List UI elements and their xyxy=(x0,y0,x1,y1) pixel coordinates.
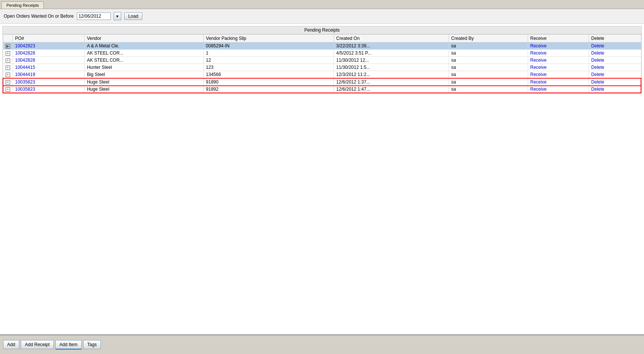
expand-arrow-icon[interactable]: ▶ xyxy=(6,44,10,49)
delete-cell[interactable]: Delete xyxy=(589,64,641,71)
tab-bar: Pending Receipts xyxy=(0,0,644,9)
expand-plus-icon[interactable]: + xyxy=(6,73,10,77)
receive-cell[interactable]: Receive xyxy=(528,86,589,93)
table-body: ▶10042923A & A Metal Cle.0085294-IN3/22/… xyxy=(3,43,641,93)
delete-cell[interactable]: Delete xyxy=(589,71,641,79)
receive-cell[interactable]: Receive xyxy=(528,71,589,79)
packing-slip: 91892 xyxy=(204,86,334,93)
created-by: sa xyxy=(449,86,528,93)
po-link[interactable]: 10035823 xyxy=(15,79,35,85)
po-link[interactable]: 10044419 xyxy=(15,72,35,77)
receive-cell[interactable]: Receive xyxy=(528,64,589,71)
vendor-name: Huge Steel xyxy=(84,86,203,93)
delete-cell[interactable]: Delete xyxy=(589,78,641,86)
table-row[interactable]: +10035823Huge Steel9189212/6/2012 1:47..… xyxy=(3,86,641,93)
col-created-by: Created By xyxy=(449,35,528,43)
expand-cell[interactable]: + xyxy=(3,57,13,64)
packing-slip: 91890 xyxy=(204,78,334,86)
created-by: sa xyxy=(449,50,528,57)
po-number: 10042923 xyxy=(13,43,85,50)
pending-receipts-grid: Pending Receipts PO# Vendor Vendor Packi… xyxy=(2,26,642,94)
created-on: 12/3/2012 11:2... xyxy=(334,71,449,79)
delete-cell[interactable]: Delete xyxy=(589,43,641,50)
add-button[interactable]: Add xyxy=(3,340,19,349)
packing-slip: 123 xyxy=(204,64,334,71)
footer: Add Add Receipt Add Item Tags xyxy=(0,334,644,354)
col-po: PO# xyxy=(13,35,85,43)
tab-pending-receipts[interactable]: Pending Receipts xyxy=(2,2,44,9)
created-on: 11/30/2012 1:5... xyxy=(334,64,449,71)
po-number: 10035823 xyxy=(13,86,85,93)
vendor-name: A & A Metal Cle. xyxy=(84,43,203,50)
receive-button[interactable]: Receive xyxy=(530,65,547,70)
packing-slip: 12 xyxy=(204,57,334,64)
delete-cell[interactable]: Delete xyxy=(589,86,641,93)
expand-cell[interactable]: + xyxy=(3,86,13,93)
packing-slip: 1 xyxy=(204,50,334,57)
po-number: 10042828 xyxy=(13,57,85,64)
receive-cell[interactable]: Receive xyxy=(528,43,589,50)
created-by: sa xyxy=(449,71,528,79)
created-on: 4/5/2012 3:51 P... xyxy=(334,50,449,57)
expand-cell[interactable]: + xyxy=(3,71,13,79)
delete-button[interactable]: Delete xyxy=(591,72,604,77)
receive-cell[interactable]: Receive xyxy=(528,78,589,86)
receive-cell[interactable]: Receive xyxy=(528,57,589,64)
vendor-name: Huge Steel xyxy=(84,78,203,86)
table-row[interactable]: +10042828AK STEEL COR...1211/30/2012 12.… xyxy=(3,57,641,64)
delete-button[interactable]: Delete xyxy=(591,65,604,70)
table-row[interactable]: +10044415Hunter Steel12311/30/2012 1:5..… xyxy=(3,64,641,71)
delete-button[interactable]: Delete xyxy=(591,50,604,56)
packing-slip: 134566 xyxy=(204,71,334,79)
packing-slip: 0085294-IN xyxy=(204,43,334,50)
delete-button[interactable]: Delete xyxy=(591,87,604,92)
created-on: 11/30/2012 12... xyxy=(334,57,449,64)
load-button[interactable]: Load xyxy=(124,12,143,20)
expand-plus-icon[interactable]: + xyxy=(6,87,10,92)
delete-cell[interactable]: Delete xyxy=(589,50,641,57)
po-link[interactable]: 10042828 xyxy=(15,50,35,56)
expand-cell[interactable]: + xyxy=(3,64,13,71)
expand-cell[interactable]: ▶ xyxy=(3,43,13,50)
col-delete: Delete xyxy=(589,35,641,43)
col-packing-slip: Vendor Packing Slip xyxy=(204,35,334,43)
delete-button[interactable]: Delete xyxy=(591,43,604,49)
add-receipt-button[interactable]: Add Receipt xyxy=(21,340,53,349)
delete-button[interactable]: Delete xyxy=(591,79,604,85)
table-row[interactable]: ▶10042923A & A Metal Cle.0085294-IN3/22/… xyxy=(3,43,641,50)
expand-cell[interactable]: + xyxy=(3,50,13,57)
table-row[interactable]: +10044419Big Steel13456612/3/2012 11:2..… xyxy=(3,71,641,79)
created-by: sa xyxy=(449,43,528,50)
receive-button[interactable]: Receive xyxy=(530,87,547,92)
date-input[interactable] xyxy=(77,12,111,20)
po-link[interactable]: 10042828 xyxy=(15,58,35,63)
add-item-button[interactable]: Add Item xyxy=(55,340,82,349)
receipts-table: PO# Vendor Vendor Packing Slip Created O… xyxy=(3,34,641,93)
receive-button[interactable]: Receive xyxy=(530,58,547,63)
table-row[interactable]: +10035823Huge Steel9189012/6/2012 1:37..… xyxy=(3,78,641,86)
date-dropdown-button[interactable]: ▼ xyxy=(114,12,121,20)
expand-plus-icon[interactable]: + xyxy=(6,58,10,63)
po-link[interactable]: 10044415 xyxy=(15,65,35,70)
receive-button[interactable]: Receive xyxy=(530,50,547,56)
po-number: 10044419 xyxy=(13,71,85,79)
expand-cell[interactable]: + xyxy=(3,78,13,86)
expand-plus-icon[interactable]: + xyxy=(6,65,10,70)
expand-plus-icon[interactable]: + xyxy=(6,51,10,56)
delete-cell[interactable]: Delete xyxy=(589,57,641,64)
receive-button[interactable]: Receive xyxy=(530,79,547,85)
receive-button[interactable]: Receive xyxy=(530,43,547,49)
table-row[interactable]: +10042828AK STEEL COR...14/5/2012 3:51 P… xyxy=(3,50,641,57)
tags-button[interactable]: Tags xyxy=(83,340,101,349)
receive-cell[interactable]: Receive xyxy=(528,50,589,57)
created-on: 12/6/2012 1:37... xyxy=(334,78,449,86)
po-link[interactable]: 10042923 xyxy=(15,43,35,49)
delete-button[interactable]: Delete xyxy=(591,58,604,63)
col-created-on: Created On xyxy=(334,35,449,43)
col-expand xyxy=(3,35,13,43)
expand-plus-icon[interactable]: + xyxy=(6,80,10,85)
receive-button[interactable]: Receive xyxy=(530,72,547,77)
vendor-name: Hunter Steel xyxy=(84,64,203,71)
po-link[interactable]: 10035823 xyxy=(15,87,35,92)
grid-title: Pending Receipts xyxy=(3,26,641,34)
